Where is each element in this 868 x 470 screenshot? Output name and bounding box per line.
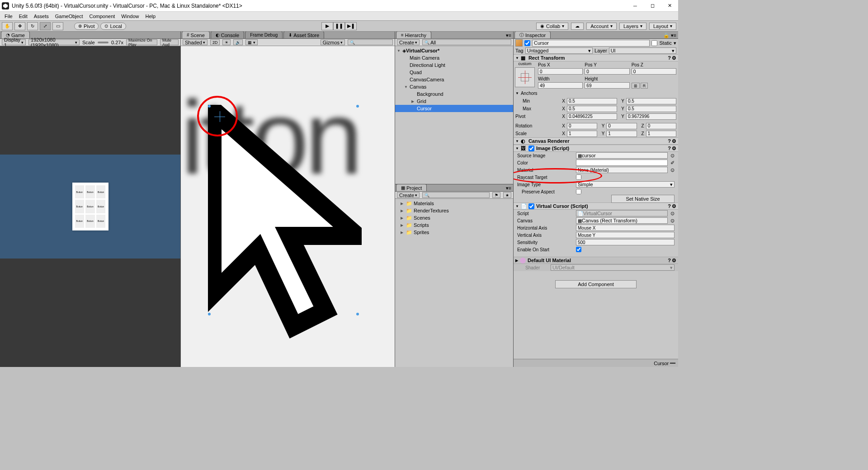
project-folder[interactable]: ▶📁 Materials	[395, 200, 513, 207]
selection-handle[interactable]	[356, 313, 359, 315]
panel-menu-icon[interactable]: ▾≡	[504, 33, 513, 38]
sensitivity-field[interactable]: 500	[576, 239, 675, 245]
hierarchy-create-dropdown[interactable]: Create ▾	[397, 39, 420, 45]
raycast-target-checkbox[interactable]	[576, 174, 581, 180]
pivot-x[interactable]	[567, 113, 617, 120]
play-button[interactable]: ▶	[321, 22, 333, 30]
hierarchy-item[interactable]: CanvasCamera	[395, 76, 513, 83]
add-component-button[interactable]: Add Component	[555, 280, 637, 288]
project-folder[interactable]: ▶📁 Scenes	[395, 214, 513, 221]
gizmos-dropdown[interactable]: Gizmos ▾	[321, 39, 345, 45]
lock-icon[interactable]: 🔒 ▾≡	[661, 33, 678, 38]
help-icon[interactable]: ?	[668, 203, 671, 209]
canvas-field[interactable]: ▦ Canvas (Rect Transform)	[576, 217, 668, 224]
hierarchy-search[interactable]: 🔍All	[422, 39, 511, 45]
object-picker-icon[interactable]: ⊙	[670, 153, 675, 159]
cursor-sprite[interactable]	[208, 105, 362, 350]
scene-search[interactable]: 🔍	[348, 39, 393, 45]
name-field[interactable]	[532, 40, 650, 47]
project-folder[interactable]: ▶📁 Scripts	[395, 221, 513, 229]
minimize-button[interactable]: ─	[628, 1, 642, 11]
selection-handle[interactable]	[356, 105, 359, 108]
maximize-toggle[interactable]: Maximize On Play	[126, 39, 157, 45]
rot-z[interactable]	[646, 123, 676, 129]
fx-toggle[interactable]: ▦ ▾	[245, 39, 258, 45]
hierarchy-item[interactable]: Main Camera	[395, 54, 513, 61]
resolution-dropdown[interactable]: 1920x1080 (1920x1080) ▾	[28, 39, 80, 45]
layer-dropdown[interactable]: UI▾	[609, 47, 676, 54]
hierarchy-item[interactable]: Directional Light	[395, 61, 513, 69]
collab-dropdown[interactable]: ◉ Collab ▾	[536, 23, 568, 30]
display-dropdown[interactable]: Display 1 ▾	[2, 39, 26, 45]
material-header[interactable]: ▶Default UI Material?⚙	[514, 257, 678, 264]
gear-icon[interactable]: ⚙	[672, 146, 676, 151]
account-dropdown[interactable]: Account ▾	[586, 23, 617, 30]
pivot-toggle[interactable]: ⊕ Pivot	[74, 23, 99, 30]
favorites-icon[interactable]: ★	[503, 192, 511, 198]
menu-edit[interactable]: Edit	[16, 13, 30, 20]
project-search[interactable]: 🔍	[422, 192, 490, 198]
set-native-size-button[interactable]: Set Native Size	[611, 195, 675, 203]
project-folder[interactable]: ▶📁 RenderTextures	[395, 207, 513, 214]
menu-assets[interactable]: Assets	[31, 13, 52, 20]
object-picker-icon[interactable]: ⊙	[670, 218, 675, 224]
anchor-max-y[interactable]	[626, 106, 676, 112]
image-enabled[interactable]	[528, 146, 534, 151]
help-icon[interactable]: ?	[668, 138, 671, 144]
pause-button[interactable]: ❚❚	[333, 22, 345, 30]
anchor-preset-button[interactable]	[515, 67, 535, 87]
hierarchy-item[interactable]: Quad	[395, 69, 513, 76]
posx-field[interactable]: 0	[538, 68, 583, 75]
image-type-dropdown[interactable]: Simple▾	[576, 181, 675, 188]
tab-assetstore[interactable]: ⬇ Asset Store	[283, 31, 324, 38]
gear-icon[interactable]: ⚙	[672, 138, 676, 144]
maximize-button[interactable]: ◻	[646, 1, 659, 11]
hand-tool-button[interactable]: ✋	[2, 22, 13, 30]
width-field[interactable]: 49	[538, 82, 583, 89]
material-field[interactable]: None (Material)	[576, 167, 668, 173]
image-header[interactable]: ▼🖼Image (Script)?⚙	[514, 145, 678, 152]
rect-transform-header[interactable]: ▼▦Rect Transform?⚙	[514, 54, 678, 61]
color-field[interactable]	[576, 160, 668, 166]
tab-console[interactable]: ◐ Console	[211, 31, 244, 38]
menu-window[interactable]: Window	[118, 13, 142, 20]
shader-dropdown[interactable]: UI/Default▾	[551, 264, 675, 271]
vaxis-field[interactable]: Mouse Y	[576, 232, 675, 238]
object-picker-icon[interactable]: ⊙	[670, 211, 675, 216]
local-toggle[interactable]: ⊙ Local	[100, 23, 126, 30]
height-field[interactable]: 69	[585, 82, 629, 89]
help-icon[interactable]: ?	[668, 258, 671, 263]
cloud-button[interactable]: ☁	[571, 23, 584, 30]
rot-y[interactable]	[606, 123, 637, 129]
posz-field[interactable]: 0	[632, 68, 676, 75]
preserve-aspect-checkbox[interactable]	[576, 189, 581, 194]
scale-tool-button[interactable]: ⤢	[40, 22, 51, 30]
raw-edit-button[interactable]: R	[641, 83, 648, 89]
hierarchy-item[interactable]: Background	[395, 90, 513, 98]
active-checkbox[interactable]	[524, 40, 530, 46]
anchor-max-x[interactable]	[567, 106, 617, 112]
canvas-renderer-header[interactable]: ▼◐Canvas Renderer?⚙	[514, 137, 678, 145]
object-picker-icon[interactable]: ⊙	[670, 167, 675, 173]
enable-on-start-checkbox[interactable]	[576, 247, 581, 252]
scale-y[interactable]	[606, 131, 637, 137]
tab-scene[interactable]: # Scene	[182, 31, 210, 38]
help-icon[interactable]: ?	[668, 55, 671, 61]
menu-file[interactable]: File	[2, 13, 15, 20]
pivot-y[interactable]	[626, 113, 676, 120]
tab-inspector[interactable]: ⓘ Inspector	[514, 31, 551, 38]
menu-component[interactable]: Component	[86, 13, 118, 20]
filter-icon[interactable]: ⚑	[492, 192, 500, 198]
blueprint-mode-button[interactable]: ⊞	[632, 83, 640, 89]
rotate-tool-button[interactable]: ↻	[27, 22, 38, 30]
mute-toggle[interactable]: Mute Aud	[160, 39, 179, 45]
layout-dropdown[interactable]: Layout ▾	[649, 23, 676, 30]
vcursor-enabled[interactable]	[528, 203, 534, 209]
panel-menu-icon[interactable]: ▾≡	[504, 185, 513, 191]
gear-icon[interactable]: ⚙	[672, 55, 676, 61]
scale-x[interactable]	[567, 131, 597, 137]
gear-icon[interactable]: ⚙	[672, 203, 676, 209]
project-create-dropdown[interactable]: Create ▾	[397, 192, 420, 198]
layers-dropdown[interactable]: Layers ▾	[619, 23, 646, 30]
hierarchy-item[interactable]: Cursor	[395, 105, 513, 112]
